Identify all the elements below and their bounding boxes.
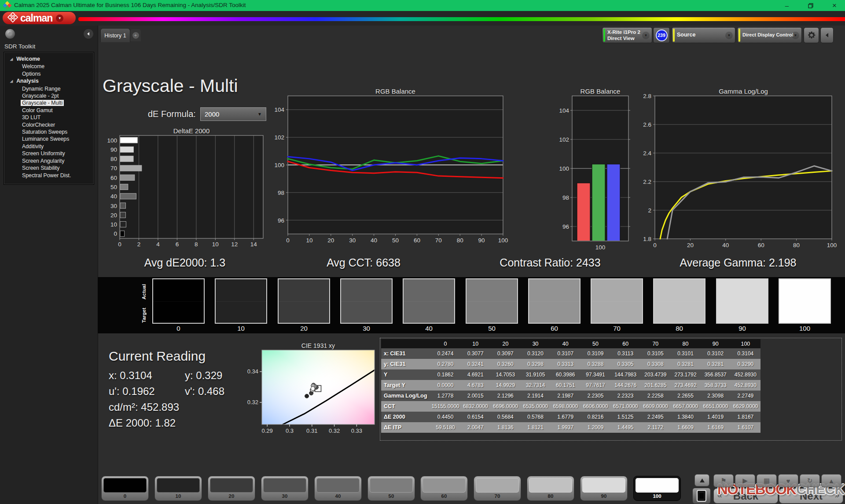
- pattern-window-button[interactable]: [692, 488, 711, 504]
- close-button[interactable]: ×: [827, 0, 842, 11]
- pattern-button-70[interactable]: 70: [474, 476, 521, 501]
- window-title: Calman 2025 Calman Ultimate for Business…: [14, 2, 246, 8]
- pattern-button-0[interactable]: 0: [101, 476, 149, 501]
- toolbar-button-flag-icon[interactable]: ⚑: [713, 474, 734, 487]
- pattern-swatch: [210, 478, 253, 493]
- chevron-down-icon[interactable]: ▼: [56, 15, 63, 22]
- de-formula-dropdown[interactable]: 2000 ▼: [200, 107, 266, 121]
- sidebar-item-options[interactable]: Options: [4, 70, 94, 77]
- meter-count-button[interactable]: 239: [653, 27, 670, 43]
- flag-icon: ⚑: [720, 477, 726, 485]
- sidebar-options-button[interactable]: [5, 29, 15, 39]
- svg-text:2.6: 2.6: [643, 121, 651, 128]
- toolbar-button-grid-icon[interactable]: ▦: [757, 474, 777, 487]
- svg-text:50: 50: [392, 237, 399, 244]
- tree-expand-icon[interactable]: ◢: [10, 79, 13, 83]
- table-cell: 1.2009: [580, 422, 610, 433]
- table-cell: 0.3308: [640, 359, 670, 369]
- table-cell: 0.5768: [521, 412, 551, 422]
- toolbar-button-refresh-icon[interactable]: ↻: [800, 474, 820, 487]
- svg-text:0.3: 0.3: [286, 427, 294, 434]
- sidebar-item-screen-uniformity[interactable]: Screen Uniformity: [4, 150, 94, 157]
- sidebar-item-analysis[interactable]: ◢Analysis: [4, 77, 94, 85]
- svg-text:0: 0: [653, 242, 657, 248]
- table-cell: 1.2778: [430, 391, 460, 401]
- up-icon: ▲: [828, 477, 835, 485]
- sidebar-item-colorchecker[interactable]: ColorChecker: [4, 121, 94, 128]
- restore-button[interactable]: [803, 0, 819, 11]
- pattern-button-10[interactable]: 10: [154, 476, 202, 501]
- sidebar-item-grayscale-2pt[interactable]: Grayscale - 2pt: [4, 92, 94, 99]
- play-icon: ▶: [742, 477, 748, 485]
- sidebar-item-spectral-power-dist[interactable]: Spectral Power Dist.: [4, 172, 94, 179]
- table-cell: 14.7053: [490, 369, 520, 380]
- sidebar-item-grayscale-multi[interactable]: Grayscale - Multi: [4, 99, 94, 106]
- tab-history-1[interactable]: History 1: [100, 28, 130, 42]
- heart-icon: ♥: [786, 477, 790, 485]
- toolbar-button-heart-icon[interactable]: ♥: [778, 474, 798, 487]
- table-cell: 0.3077: [460, 348, 490, 359]
- settings-button[interactable]: [804, 27, 819, 43]
- restore-icon: [808, 3, 813, 8]
- sidebar-item-label: Options: [21, 71, 42, 77]
- gray-swatch-label: 10: [215, 325, 267, 332]
- sidebar-item-welcome[interactable]: Welcome: [4, 63, 94, 70]
- sidebar-item-screen-stability[interactable]: Screen Stability: [4, 164, 94, 172]
- minimize-button[interactable]: –: [779, 0, 795, 11]
- svg-text:40: 40: [110, 193, 117, 200]
- table-cell: 0.5684: [490, 412, 520, 422]
- sidebar-item-label: Additivity: [21, 143, 45, 150]
- pattern-button-40[interactable]: 40: [314, 476, 362, 501]
- sidebar-item-3d-lut[interactable]: 3D LUT: [4, 114, 94, 121]
- next-button[interactable]: Next »: [779, 488, 843, 504]
- pattern-button-60[interactable]: 60: [420, 476, 468, 501]
- reading-luminance: cd/m²: 452.893: [109, 401, 179, 413]
- gray-swatch-label: 0: [152, 325, 205, 332]
- sidebar-item-saturation-sweeps[interactable]: Saturation Sweeps: [4, 128, 94, 135]
- meter-dropdown[interactable]: X-Rite i1Pro 2 Direct View ▼: [602, 27, 652, 43]
- table-cell: 144.7983: [610, 369, 640, 380]
- table-column-header: 20: [490, 339, 520, 348]
- sidebar-item-dynamic-range[interactable]: Dynamic Range: [4, 85, 94, 92]
- svg-text:100: 100: [107, 137, 117, 144]
- source-dropdown[interactable]: Source ▼: [672, 27, 735, 43]
- sidebar-item-luminance-sweeps[interactable]: Luminance Sweeps: [4, 135, 94, 142]
- add-tab-button[interactable]: +: [130, 29, 141, 41]
- toolbar-button-play-icon[interactable]: ▶: [735, 474, 755, 487]
- sidebar-collapse-button[interactable]: [84, 29, 93, 39]
- green-bar: [592, 164, 605, 241]
- table-row-label: Target Y: [381, 380, 430, 391]
- grid-icon: ▦: [764, 477, 770, 485]
- table-cell: 1.6609: [670, 422, 700, 433]
- calman-menu-button[interactable]: calman ▼: [3, 12, 76, 24]
- back-button[interactable]: « Back: [713, 488, 778, 504]
- pattern-swatch: [103, 478, 147, 493]
- svg-text:10: 10: [306, 237, 312, 244]
- panel-collapse-button[interactable]: [820, 27, 834, 43]
- toolbar-button-up-icon[interactable]: ▲: [821, 474, 841, 487]
- pattern-button-30[interactable]: 30: [261, 476, 309, 501]
- gray-swatch-30: [340, 278, 393, 324]
- actual-target-divider: [279, 301, 329, 302]
- pattern-button-label: 20: [208, 493, 255, 499]
- pattern-button-20[interactable]: 20: [208, 476, 255, 501]
- pattern-button-50[interactable]: 50: [367, 476, 415, 501]
- pattern-button-100[interactable]: 100: [633, 476, 681, 501]
- pattern-button-80[interactable]: 80: [527, 476, 574, 501]
- pattern-swatch: [476, 478, 519, 493]
- stat-contrast-ratio: Contrast Ratio: 2433: [500, 256, 600, 269]
- table-cell: 97.3491: [580, 369, 610, 380]
- tree-expand-icon[interactable]: ◢: [10, 57, 13, 61]
- sidebar-item-screen-angularity[interactable]: Screen Angularity: [4, 157, 94, 164]
- sidebar-item-welcome[interactable]: ◢Welcome: [4, 55, 94, 63]
- table-cell: 2.0015: [460, 391, 490, 401]
- sidebar-item-additivity[interactable]: Additivity: [4, 143, 94, 150]
- pattern-scroll-up-button[interactable]: [694, 474, 709, 486]
- pattern-button-90[interactable]: 90: [580, 476, 628, 501]
- gray-swatch-40: [403, 278, 455, 324]
- sidebar-item-color-gamut[interactable]: Color Gamut: [4, 107, 94, 114]
- pattern-button-label: 70: [474, 493, 521, 499]
- sidebar-item-label: Grayscale - 2pt: [21, 93, 60, 99]
- stat-average-gamma: Average Gamma: 2.198: [680, 256, 797, 269]
- display-control-dropdown[interactable]: Direct Display Control ▼: [737, 27, 802, 43]
